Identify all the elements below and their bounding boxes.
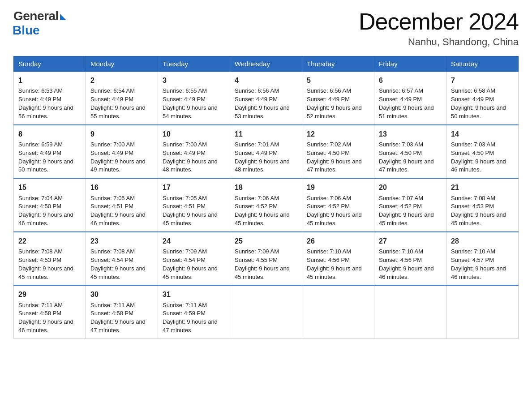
day-number: 23 xyxy=(90,236,153,246)
day-number: 25 xyxy=(235,236,297,246)
sunset-text: Sunset: 4:49 PM xyxy=(163,96,206,103)
daylight-text: Daylight: 9 hours and 46 minutes. xyxy=(18,211,73,227)
sunrise-text: Sunrise: 7:05 AM xyxy=(163,195,207,201)
day-number: 14 xyxy=(451,129,514,139)
sunrise-text: Sunrise: 7:06 AM xyxy=(235,195,279,201)
sunset-text: Sunset: 4:58 PM xyxy=(90,310,133,317)
sunrise-text: Sunrise: 6:53 AM xyxy=(18,87,63,94)
logo-triangle-icon xyxy=(60,14,66,20)
sunset-text: Sunset: 4:49 PM xyxy=(235,96,278,103)
daylight-text: Daylight: 9 hours and 49 minutes. xyxy=(90,158,146,173)
day-number: 3 xyxy=(163,75,225,86)
calendar-cell: 6Sunrise: 6:57 AMSunset: 4:49 PMDaylight… xyxy=(374,72,446,125)
sunset-text: Sunset: 4:50 PM xyxy=(451,150,494,156)
calendar-cell: 25Sunrise: 7:09 AMSunset: 4:55 PMDayligh… xyxy=(230,232,302,286)
header-saturday: Saturday xyxy=(446,56,519,72)
daylight-text: Daylight: 9 hours and 45 minutes. xyxy=(379,211,434,227)
sunrise-text: Sunrise: 7:02 AM xyxy=(307,141,351,148)
sunset-text: Sunset: 4:54 PM xyxy=(163,257,206,263)
day-number: 24 xyxy=(163,236,225,246)
calendar-cell: 9Sunrise: 7:00 AMSunset: 4:49 PMDaylight… xyxy=(86,125,158,179)
calendar-cell: 18Sunrise: 7:06 AMSunset: 4:52 PMDayligh… xyxy=(230,178,302,232)
daylight-text: Daylight: 9 hours and 45 minutes. xyxy=(90,265,146,280)
calendar-cell: 15Sunrise: 7:04 AMSunset: 4:50 PMDayligh… xyxy=(14,178,86,232)
day-number: 15 xyxy=(18,182,81,193)
day-number: 17 xyxy=(163,182,225,193)
sunset-text: Sunset: 4:56 PM xyxy=(307,257,350,263)
day-number: 10 xyxy=(163,129,225,139)
daylight-text: Daylight: 9 hours and 45 minutes. xyxy=(235,211,290,227)
sunrise-text: Sunrise: 6:55 AM xyxy=(163,87,207,94)
calendar-cell xyxy=(374,285,446,338)
daylight-text: Daylight: 9 hours and 45 minutes. xyxy=(451,211,506,227)
daylight-text: Daylight: 9 hours and 46 minutes. xyxy=(451,158,506,173)
day-number: 5 xyxy=(307,75,369,86)
sunrise-text: Sunrise: 6:59 AM xyxy=(18,141,63,148)
calendar-cell: 4Sunrise: 6:56 AMSunset: 4:49 PMDaylight… xyxy=(230,72,302,125)
daylight-text: Daylight: 9 hours and 50 minutes. xyxy=(451,104,506,120)
sunset-text: Sunset: 4:50 PM xyxy=(307,150,350,156)
daylight-text: Daylight: 9 hours and 48 minutes. xyxy=(163,158,218,173)
day-number: 8 xyxy=(18,129,81,139)
sunset-text: Sunset: 4:49 PM xyxy=(307,96,350,103)
daylight-text: Daylight: 9 hours and 46 minutes. xyxy=(451,265,506,280)
sunrise-text: Sunrise: 7:11 AM xyxy=(163,302,207,308)
day-number: 29 xyxy=(18,289,81,300)
sunrise-text: Sunrise: 7:10 AM xyxy=(379,248,423,255)
sunrise-text: Sunrise: 7:08 AM xyxy=(18,248,63,255)
sunrise-text: Sunrise: 7:11 AM xyxy=(18,302,63,308)
title-block: December 2024 Nanhu, Shandong, China xyxy=(359,9,519,48)
page-header: General Blue December 2024 Nanhu, Shando… xyxy=(13,9,519,48)
sunrise-text: Sunrise: 7:09 AM xyxy=(235,248,279,255)
day-number: 11 xyxy=(235,129,297,139)
calendar-cell: 7Sunrise: 6:58 AMSunset: 4:49 PMDaylight… xyxy=(446,72,519,125)
sunset-text: Sunset: 4:49 PM xyxy=(18,150,61,156)
day-number: 9 xyxy=(90,129,153,139)
sunset-text: Sunset: 4:54 PM xyxy=(90,257,133,263)
sunset-text: Sunset: 4:50 PM xyxy=(18,203,61,210)
sunset-text: Sunset: 4:49 PM xyxy=(90,150,133,156)
daylight-text: Daylight: 9 hours and 47 minutes. xyxy=(307,158,362,173)
daylight-text: Daylight: 9 hours and 51 minutes. xyxy=(379,104,434,120)
calendar-cell: 20Sunrise: 7:07 AMSunset: 4:52 PMDayligh… xyxy=(374,178,446,232)
sunset-text: Sunset: 4:49 PM xyxy=(451,96,494,103)
daylight-text: Daylight: 9 hours and 50 minutes. xyxy=(18,158,73,173)
day-number: 28 xyxy=(451,236,514,246)
sunrise-text: Sunrise: 7:04 AM xyxy=(18,195,63,201)
sunset-text: Sunset: 4:52 PM xyxy=(307,203,350,210)
daylight-text: Daylight: 9 hours and 55 minutes. xyxy=(90,104,146,120)
calendar-cell xyxy=(446,285,519,338)
day-number: 7 xyxy=(451,75,514,86)
calendar-cell: 1Sunrise: 6:53 AMSunset: 4:49 PMDaylight… xyxy=(14,72,86,125)
calendar-cell: 28Sunrise: 7:10 AMSunset: 4:57 PMDayligh… xyxy=(446,232,519,286)
daylight-text: Daylight: 9 hours and 46 minutes. xyxy=(90,211,146,227)
sunrise-text: Sunrise: 7:00 AM xyxy=(163,141,207,148)
calendar-table: SundayMondayTuesdayWednesdayThursdayFrid… xyxy=(13,56,519,339)
header-tuesday: Tuesday xyxy=(158,56,230,72)
calendar-cell: 29Sunrise: 7:11 AMSunset: 4:58 PMDayligh… xyxy=(14,285,86,338)
calendar-cell: 21Sunrise: 7:08 AMSunset: 4:53 PMDayligh… xyxy=(446,178,519,232)
calendar-cell: 16Sunrise: 7:05 AMSunset: 4:51 PMDayligh… xyxy=(86,178,158,232)
sunrise-text: Sunrise: 7:08 AM xyxy=(90,248,135,255)
daylight-text: Daylight: 9 hours and 52 minutes. xyxy=(307,104,362,120)
sunset-text: Sunset: 4:51 PM xyxy=(163,203,206,210)
week-row-5: 29Sunrise: 7:11 AMSunset: 4:58 PMDayligh… xyxy=(14,285,519,338)
calendar-cell: 11Sunrise: 7:01 AMSunset: 4:49 PMDayligh… xyxy=(230,125,302,179)
daylight-text: Daylight: 9 hours and 48 minutes. xyxy=(235,158,290,173)
sunset-text: Sunset: 4:53 PM xyxy=(451,203,494,210)
calendar-cell: 12Sunrise: 7:02 AMSunset: 4:50 PMDayligh… xyxy=(302,125,374,179)
sunset-text: Sunset: 4:59 PM xyxy=(163,310,206,317)
sunrise-text: Sunrise: 7:06 AM xyxy=(307,195,351,201)
calendar-header-row: SundayMondayTuesdayWednesdayThursdayFrid… xyxy=(14,56,519,72)
daylight-text: Daylight: 9 hours and 47 minutes. xyxy=(163,318,218,334)
sunrise-text: Sunrise: 6:56 AM xyxy=(307,87,351,94)
day-number: 12 xyxy=(307,129,369,139)
calendar-cell: 24Sunrise: 7:09 AMSunset: 4:54 PMDayligh… xyxy=(158,232,230,286)
sunset-text: Sunset: 4:55 PM xyxy=(235,257,278,263)
sunrise-text: Sunrise: 7:01 AM xyxy=(235,141,279,148)
sunrise-text: Sunrise: 6:58 AM xyxy=(451,87,495,94)
daylight-text: Daylight: 9 hours and 47 minutes. xyxy=(90,318,146,334)
week-row-4: 22Sunrise: 7:08 AMSunset: 4:53 PMDayligh… xyxy=(14,232,519,286)
sunrise-text: Sunrise: 6:57 AM xyxy=(379,87,423,94)
calendar-cell: 14Sunrise: 7:03 AMSunset: 4:50 PMDayligh… xyxy=(446,125,519,179)
